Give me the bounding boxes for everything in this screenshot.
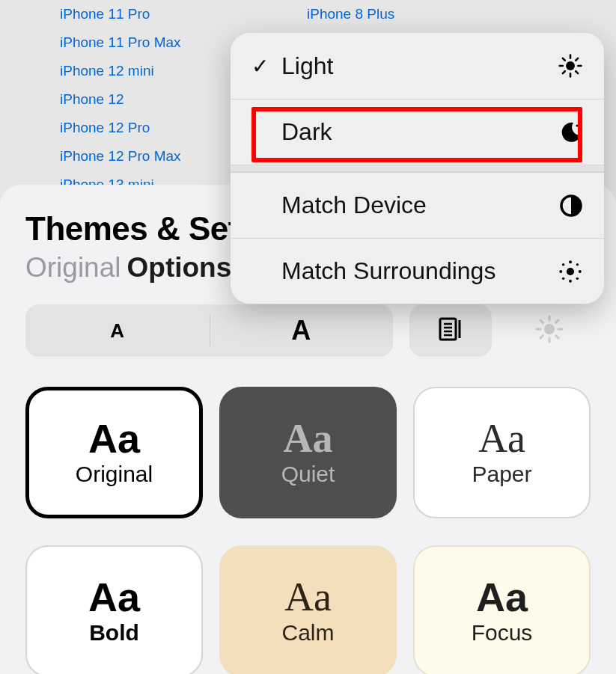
- svg-rect-0: [440, 319, 456, 340]
- device-link[interactable]: iPhone 12 mini: [60, 57, 181, 85]
- menu-separator: [231, 165, 604, 172]
- svg-point-29: [559, 270, 562, 273]
- theme-card-quiet[interactable]: Aa Quiet: [219, 387, 397, 518]
- theme-label: Bold: [89, 620, 139, 646]
- theme-label: Calm: [281, 620, 334, 646]
- appearance-option-dark[interactable]: Dark: [231, 99, 604, 165]
- font-size-increase-button[interactable]: A: [210, 304, 394, 357]
- appearance-menu-button[interactable]: [508, 304, 591, 357]
- appearance-option-light[interactable]: ✓ Light: [231, 33, 604, 99]
- svg-point-27: [569, 260, 572, 263]
- option-label: Dark: [281, 118, 553, 146]
- checkmark-icon: ✓: [251, 54, 281, 79]
- svg-point-32: [576, 277, 579, 279]
- toolbar: A A: [25, 304, 591, 357]
- device-link[interactable]: iPhone 12 Pro Max: [60, 142, 181, 171]
- moon-icon: [553, 120, 583, 144]
- svg-point-26: [567, 267, 574, 275]
- page-columns-icon: [437, 316, 464, 346]
- auto-brightness-icon: [553, 259, 583, 284]
- svg-line-11: [540, 320, 543, 323]
- subtitle-current-theme: Original: [25, 252, 121, 284]
- option-label: Match Surroundings: [281, 257, 553, 285]
- svg-point-28: [569, 279, 572, 282]
- theme-label: Focus: [472, 620, 533, 646]
- font-size-decrease-button[interactable]: A: [25, 304, 210, 357]
- svg-point-30: [579, 270, 582, 273]
- svg-point-15: [566, 61, 575, 70]
- device-link[interactable]: iPhone 11 Pro Max: [60, 28, 181, 57]
- svg-point-34: [562, 277, 564, 279]
- svg-line-13: [556, 320, 559, 323]
- theme-card-focus[interactable]: Aa Focus: [413, 545, 591, 674]
- svg-line-22: [576, 58, 578, 61]
- option-label: Match Device: [281, 192, 553, 219]
- svg-point-31: [562, 263, 564, 265]
- theme-grid: Aa Original Aa Quiet Aa Paper Aa Bold Aa…: [25, 387, 591, 674]
- svg-line-23: [563, 71, 565, 73]
- theme-sample: Aa: [478, 418, 525, 459]
- svg-line-20: [563, 58, 565, 61]
- theme-label: Original: [76, 462, 153, 487]
- subtitle-options-label: Options: [127, 252, 232, 284]
- font-size-stepper: A A: [25, 304, 393, 357]
- theme-card-paper[interactable]: Aa Paper: [413, 387, 591, 518]
- device-link[interactable]: iPhone 8 Plus: [307, 0, 394, 28]
- theme-label: Paper: [472, 462, 531, 487]
- appearance-popover: ✓ Light Dark Matc: [231, 33, 604, 304]
- theme-label: Quiet: [281, 462, 335, 487]
- theme-card-bold[interactable]: Aa Bold: [25, 545, 203, 674]
- theme-card-original[interactable]: Aa Original: [25, 387, 203, 518]
- sun-icon: [553, 53, 583, 79]
- svg-line-12: [556, 336, 559, 339]
- theme-sample: Aa: [284, 418, 333, 459]
- svg-line-14: [540, 336, 543, 339]
- appearance-option-match-surroundings[interactable]: Match Surroundings: [231, 238, 604, 304]
- reader-layout-button[interactable]: [409, 304, 492, 357]
- theme-sample: Aa: [284, 577, 332, 617]
- theme-sample: Aa: [476, 577, 528, 617]
- theme-sample: Aa: [88, 418, 140, 459]
- device-link[interactable]: iPhone 12: [60, 85, 181, 114]
- svg-line-21: [576, 71, 578, 73]
- theme-card-calm[interactable]: Aa Calm: [219, 545, 397, 674]
- device-link[interactable]: iPhone 11 Pro: [60, 0, 181, 28]
- svg-point-33: [576, 263, 579, 265]
- device-link-list: iPhone 11 Pro iPhone 11 Pro Max iPhone 1…: [0, 0, 616, 1]
- half-circle-icon: [553, 194, 583, 218]
- option-label: Light: [281, 52, 553, 80]
- svg-point-6: [544, 324, 555, 334]
- sun-icon: [534, 314, 564, 347]
- device-link[interactable]: iPhone 12 Pro: [60, 114, 181, 142]
- appearance-option-match-device[interactable]: Match Device: [231, 172, 604, 238]
- theme-sample: Aa: [88, 577, 140, 617]
